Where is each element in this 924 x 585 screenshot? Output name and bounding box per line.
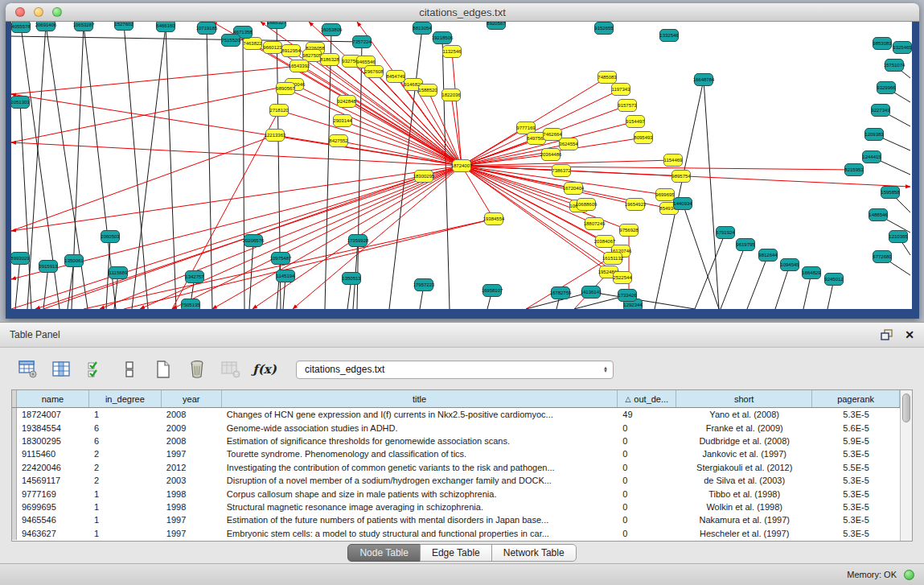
- float-window-icon[interactable]: [881, 329, 893, 340]
- graph-node[interactable]: 9329966: [877, 81, 896, 94]
- graph-node[interactable]: 9152655: [594, 22, 614, 35]
- graph-node[interactable]: 1350513: [342, 272, 361, 285]
- graph-node[interactable]: 16151132: [603, 252, 622, 265]
- graph-node[interactable]: 9756928: [619, 224, 639, 237]
- table-row[interactable]: 1830029562008Estimation of significance …: [12, 435, 900, 447]
- graph-node[interactable]: 7515520: [221, 34, 240, 47]
- tab-node-table[interactable]: Node Table: [347, 544, 421, 562]
- graph-node[interactable]: 8427552: [329, 134, 348, 147]
- graph-node[interactable]: 19384554: [484, 212, 503, 225]
- graph-edge[interactable]: [462, 166, 613, 258]
- table-row[interactable]: 946362711997Embryonic stem cells: a mode…: [12, 527, 900, 540]
- graph-edge[interactable]: [299, 66, 462, 166]
- column-header-title[interactable]: title: [222, 390, 618, 407]
- graph-node[interactable]: 1733426: [618, 289, 637, 302]
- graph-node[interactable]: 19218506: [433, 31, 452, 44]
- graph-node[interactable]: 1210365: [889, 230, 908, 243]
- graph-node[interactable]: 4055578: [11, 22, 31, 33]
- graph-node[interactable]: 7463822: [243, 37, 262, 50]
- graph-node[interactable]: 18724007: [452, 159, 471, 172]
- column-header-in_degree[interactable]: in_degree: [89, 390, 162, 407]
- table-row[interactable]: 1938455462009Genome-wide association stu…: [12, 421, 900, 434]
- graph-node[interactable]: 10719185: [197, 22, 216, 35]
- select-columns-icon[interactable]: [85, 359, 106, 380]
- graph-node[interactable]: 1822036: [441, 89, 461, 101]
- column-header-short[interactable]: short: [676, 390, 812, 407]
- table-row[interactable]: 977716911998Corpus callosum shape and si…: [12, 487, 900, 500]
- graph-node[interactable]: 9242848: [337, 95, 356, 108]
- graph-edge[interactable]: [775, 265, 790, 309]
- graph-node[interactable]: 8215953: [844, 163, 864, 176]
- create-column-icon[interactable]: [153, 359, 174, 380]
- graph-node[interactable]: 8095493: [634, 131, 653, 144]
- minimize-window-icon[interactable]: [34, 7, 43, 17]
- graph-node[interactable]: 1132546: [442, 45, 462, 58]
- graph-node[interactable]: 9227343: [871, 104, 890, 117]
- graph-node[interactable]: 16648784: [694, 73, 713, 86]
- graph-node[interactable]: 1440934: [673, 197, 692, 210]
- graph-node[interactable]: 19654923: [626, 198, 645, 211]
- column-header-year[interactable]: year: [162, 390, 222, 407]
- graph-edge[interactable]: [243, 32, 244, 309]
- show-column-icon[interactable]: [51, 359, 72, 380]
- graph-node[interactable]: 1665327: [267, 22, 286, 29]
- graph-edge[interactable]: [695, 233, 725, 309]
- graph-node[interactable]: 16720404: [564, 182, 583, 195]
- graph-node[interactable]: 2522544: [613, 271, 632, 284]
- graph-node[interactable]: 9699695: [655, 188, 675, 201]
- graph-node[interactable]: 18300295: [414, 170, 433, 183]
- graph-node[interactable]: 7485083: [598, 71, 617, 84]
- table-row[interactable]: 969969511998Structural magnetic resonanc…: [12, 501, 900, 513]
- column-header-pagerank[interactable]: pagerank: [812, 390, 900, 407]
- graph-node[interactable]: 1350061: [64, 254, 84, 267]
- tab-network-table[interactable]: Network Table: [491, 544, 577, 562]
- graph-node[interactable]: 16543392: [290, 60, 309, 72]
- graph-node[interactable]: 12213363: [265, 129, 285, 142]
- graph-edge[interactable]: [15, 258, 20, 309]
- network-view-canvas[interactable]: 1872400718300295193845547463822966012389…: [11, 22, 912, 309]
- graph-edge[interactable]: [11, 166, 462, 231]
- graph-edge[interactable]: [285, 89, 462, 166]
- graph-node[interactable]: 1154469: [663, 154, 683, 167]
- graph-node[interactable]: 9812644: [758, 249, 778, 262]
- table-scrollbar[interactable]: [900, 390, 912, 541]
- graph-node[interactable]: 2718120: [269, 104, 289, 117]
- graph-node[interactable]: 16053809: [322, 23, 341, 36]
- graph-node[interactable]: 8920567: [487, 22, 506, 30]
- graph-node[interactable]: 18807249: [585, 217, 604, 230]
- graph-node[interactable]: 20691406: [36, 22, 55, 31]
- graph-node[interactable]: 7357224: [352, 35, 372, 48]
- graph-edge[interactable]: [68, 261, 74, 309]
- window-titlebar[interactable]: citations_edges.txt: [6, 3, 919, 22]
- close-panel-icon[interactable]: ✕: [905, 328, 914, 341]
- graph-node[interactable]: 9157573: [618, 99, 637, 112]
- graph-edge[interactable]: [462, 166, 635, 204]
- graph-edge[interactable]: [462, 166, 494, 219]
- graph-node[interactable]: 2051303: [11, 96, 30, 109]
- graph-node[interactable]: 1115689: [109, 266, 128, 279]
- graph-edge[interactable]: [140, 166, 462, 309]
- memory-ok-icon[interactable]: [904, 570, 914, 580]
- graph-node[interactable]: 1332546: [659, 29, 679, 42]
- tab-edge-table[interactable]: Edge Table: [420, 544, 492, 562]
- graph-node[interactable]: 2060503: [101, 230, 120, 243]
- column-header-name[interactable]: name: [17, 390, 89, 407]
- close-window-icon[interactable]: [15, 7, 25, 17]
- column-header-out_de[interactable]: △out_de...: [618, 390, 676, 407]
- table-row[interactable]: 1872400712008Changes of HCN gene express…: [12, 408, 900, 421]
- graph-node[interactable]: 9154497: [626, 115, 645, 128]
- zoom-window-icon[interactable]: [52, 7, 62, 17]
- graph-node[interactable]: 10653287: [74, 22, 93, 31]
- graph-node[interactable]: 6791924: [716, 226, 735, 239]
- graph-node[interactable]: 2903144: [333, 114, 352, 127]
- graph-edge[interactable]: [249, 241, 253, 309]
- graph-edge[interactable]: [294, 84, 462, 166]
- graph-node[interactable]: 6466160: [156, 22, 175, 32]
- graph-node[interactable]: 9853083: [873, 37, 892, 50]
- graph-edge[interactable]: [11, 36, 362, 42]
- graph-node[interactable]: 8813054: [413, 22, 432, 35]
- graph-node[interactable]: 9245012: [824, 273, 844, 286]
- graph-node[interactable]: 17957223: [414, 278, 433, 291]
- graph-node[interactable]: 10688609: [577, 198, 596, 211]
- graph-edge[interactable]: [207, 28, 212, 309]
